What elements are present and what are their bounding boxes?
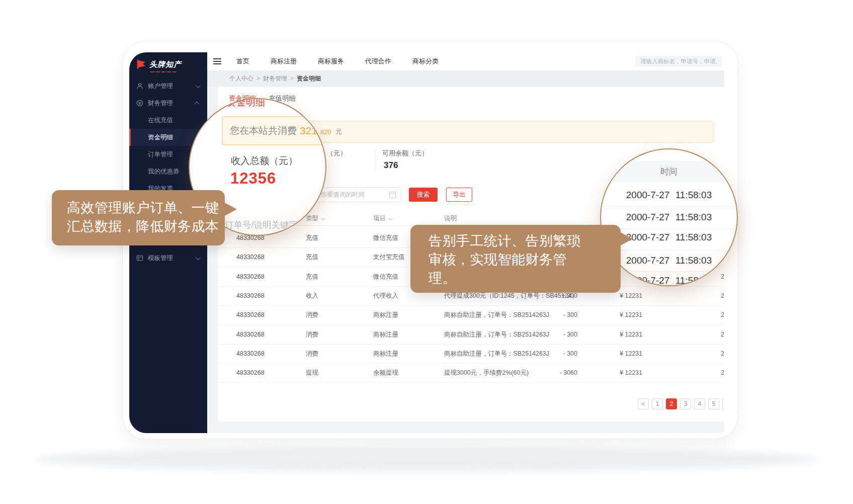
- column-header-project[interactable]: 项目: [373, 214, 391, 223]
- hamburger-menu-icon[interactable]: [213, 58, 221, 64]
- calendar-icon[interactable]: [389, 192, 396, 198]
- sidebar-item-label: 在线充值: [148, 116, 173, 125]
- table-row: 48330268消费商标注册商标自助注册，订单号：SB2514263J- 300…: [218, 305, 724, 325]
- sidebar-item-online-recharge[interactable]: 在线充值: [129, 112, 207, 129]
- chevron-down-icon: [196, 83, 201, 88]
- brand-logo: 头牌知产: [129, 52, 207, 70]
- breadcrumb-personal-center[interactable]: 个人中心: [229, 74, 253, 83]
- sidebar-item-label: 账户管理: [148, 82, 173, 91]
- page-button-4[interactable]: 4: [694, 398, 705, 409]
- breadcrumb-fund-detail: 资金明细: [297, 74, 321, 83]
- breadcrumb-finance[interactable]: 财务管理: [263, 74, 287, 83]
- page-button-1[interactable]: 1: [652, 398, 663, 409]
- column-header-desc: 说明: [444, 214, 457, 223]
- sort-caret-icon: [388, 216, 392, 220]
- page-button-3[interactable]: 3: [680, 398, 691, 409]
- stat-divider: [375, 148, 375, 171]
- banner-amount: 820: [320, 128, 331, 136]
- sidebar-item-account[interactable]: 账户管理: [129, 77, 207, 95]
- chevron-down-icon: [196, 255, 201, 260]
- nav-item-agent-cooperation[interactable]: 代理合作: [365, 57, 391, 66]
- callout-text: 汇总数据，降低财务成本: [67, 217, 225, 236]
- balance-label: 可用余额（元）: [382, 149, 428, 158]
- callout-text: 理。: [429, 269, 621, 288]
- nav-item-trademark-category[interactable]: 商标分类: [412, 57, 439, 66]
- sort-caret-icon: [321, 216, 325, 220]
- magnified-column-header: 订单号/说明关键字: [225, 219, 298, 231]
- table-row: 48330268消费商标注册商标自助注册，订单号：SB2514263J- 300…: [218, 344, 724, 364]
- column-header-type[interactable]: 类型: [306, 214, 324, 223]
- search-button[interactable]: 搜索: [409, 188, 438, 202]
- callout-right: 告别手工统计、告别繁琐 审核，实现智能财务管 理。: [410, 225, 621, 293]
- callout-text: 告别手工统计、告别繁琐: [429, 232, 621, 250]
- magnifier-circle-right: 时间 2000-7-27 11:58:03 2000-7-27 11:58:03…: [600, 148, 738, 286]
- brand-subtext-decoration: [150, 71, 207, 72]
- prev-page-button[interactable]: <: [638, 398, 649, 409]
- export-button[interactable]: 导出: [446, 188, 472, 202]
- page-background: 头牌知产 账户管理 财务管理 在线充值 资金明细: [0, 0, 853, 504]
- sidebar-item-label: 资金明细: [148, 133, 173, 142]
- magnified-time-row: 2000-7-27 11:58:03: [601, 255, 737, 266]
- brand-name: 头牌知产: [149, 60, 182, 69]
- callout-text: 高效管理账户订单、一键: [67, 199, 225, 217]
- callout-left: 高效管理账户订单、一键 汇总数据，降低财务成本: [52, 190, 225, 245]
- sidebar-item-templates[interactable]: 模板管理: [129, 249, 207, 267]
- sidebar-item-label: 订单管理: [148, 150, 173, 159]
- laptop-base-shadow: [35, 447, 818, 472]
- chevron-up-icon: [194, 101, 199, 106]
- page-button-2-active[interactable]: 2: [666, 398, 677, 409]
- table-row: 48330268消费商标注册商标自助注册，订单号：SB2514263J- 300…: [218, 325, 724, 345]
- sidebar-item-label: 模板管理: [148, 254, 173, 263]
- nav-item-home[interactable]: 首页: [236, 57, 249, 66]
- magnified-time-row: 2000-7-27 11:58:03: [601, 190, 737, 201]
- magnified-income-value: 12356: [230, 170, 276, 188]
- trademark-search-input[interactable]: [635, 56, 722, 67]
- breadcrumb: 个人中心 > 财务管理 > 资金明细: [207, 70, 724, 87]
- pagination: < 1 2 3 4 5: [218, 398, 724, 409]
- table-row: 48330268提现余额提现提现3000元，手续费2%(60元)- 3060¥ …: [218, 363, 724, 383]
- balance-value: 376: [384, 160, 398, 171]
- magnified-income-label: 收入总额（元）: [231, 154, 298, 167]
- row-divider: [601, 250, 737, 250]
- magnified-time-row: 2000-7-27 11:58:03: [601, 212, 737, 223]
- nav-item-trademark-service[interactable]: 商标服务: [318, 57, 344, 66]
- banner-unit: 元: [335, 127, 342, 136]
- row-divider: [601, 206, 737, 207]
- expense-label-fragment: （元）: [327, 149, 347, 158]
- finance-icon: [136, 100, 143, 107]
- top-navbar: 首页 商标注册 商标服务 代理合作 商标分类: [207, 52, 724, 70]
- sidebar-item-label: 我的优惠券: [148, 167, 180, 176]
- sidebar-item-finance[interactable]: 财务管理: [129, 95, 207, 112]
- page-button-5[interactable]: 5: [708, 398, 719, 409]
- next-page-button[interactable]: [722, 398, 724, 409]
- brand-flag-icon: [136, 59, 146, 69]
- nav-item-trademark-register[interactable]: 商标注册: [271, 57, 297, 66]
- top-nav-links: 首页 商标注册 商标服务 代理合作 商标分类: [207, 57, 439, 66]
- row-divider: [601, 228, 737, 229]
- user-icon: [136, 82, 143, 90]
- template-icon: [136, 255, 143, 262]
- sidebar-item-label: 财务管理: [148, 99, 173, 108]
- callout-text: 审核，实现智能财务管: [429, 250, 621, 269]
